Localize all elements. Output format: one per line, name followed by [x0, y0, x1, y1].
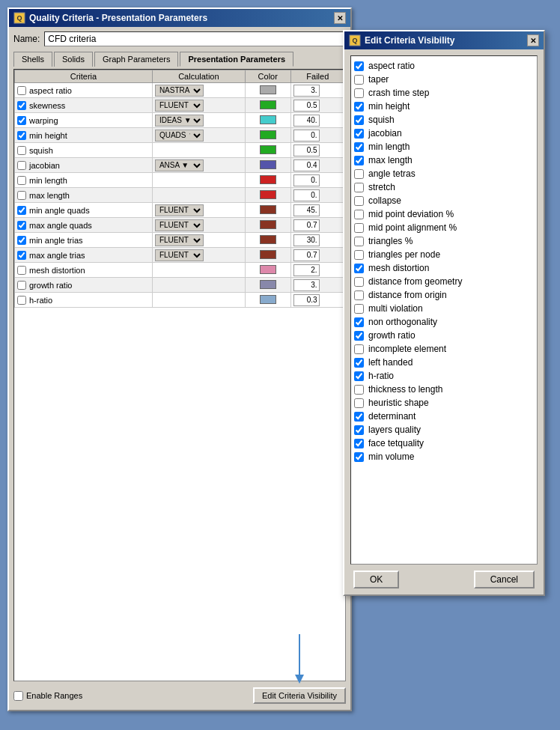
calculation-select[interactable]: NASTRA ▼: [155, 85, 204, 97]
enable-ranges-checkbox[interactable]: [13, 691, 23, 701]
visibility-checkbox[interactable]: [354, 371, 364, 381]
failed-input[interactable]: [293, 219, 320, 231]
row-checkbox[interactable]: [17, 206, 26, 215]
visibility-checkbox[interactable]: [354, 237, 364, 246]
calculation-select[interactable]: FLUENT ▼: [155, 249, 204, 261]
tab-shells[interactable]: Shells: [13, 52, 52, 67]
ok-button[interactable]: OK: [353, 571, 399, 588]
color-swatch[interactable]: [260, 280, 276, 289]
failed-input[interactable]: [293, 189, 320, 201]
color-swatch[interactable]: [260, 85, 276, 94]
main-close-button[interactable]: ✕: [334, 12, 346, 24]
calculation-select[interactable]: FLUENT ▼: [155, 204, 204, 216]
failed-input[interactable]: [293, 279, 320, 291]
failed-input[interactable]: [293, 130, 320, 142]
row-checkbox[interactable]: [17, 266, 26, 275]
visibility-checkbox[interactable]: [354, 344, 364, 354]
row-checkbox[interactable]: [17, 236, 26, 245]
visibility-checkbox[interactable]: [354, 317, 364, 327]
calculation-select[interactable]: FLUENT ▼: [155, 219, 204, 231]
visibility-checkbox[interactable]: [354, 196, 364, 206]
color-swatch[interactable]: [260, 250, 276, 259]
name-input[interactable]: [44, 31, 346, 46]
row-checkbox[interactable]: [17, 176, 26, 185]
failed-input[interactable]: [293, 145, 320, 156]
visibility-checkbox[interactable]: [354, 115, 364, 125]
failed-input[interactable]: [293, 174, 320, 186]
calculation-select[interactable]: ANSA ▼: [155, 159, 204, 171]
visibility-checkbox[interactable]: [354, 142, 364, 152]
list-item: distance from origin: [354, 288, 534, 302]
cancel-button[interactable]: Cancel: [474, 571, 535, 588]
visibility-checkbox[interactable]: [354, 412, 364, 422]
visibility-checkbox[interactable]: [354, 398, 364, 408]
color-swatch[interactable]: [260, 160, 276, 169]
color-swatch[interactable]: [260, 175, 276, 184]
visibility-checkbox[interactable]: [354, 210, 364, 219]
tab-graph-parameters[interactable]: Graph Parameters: [94, 52, 178, 67]
visibility-checkbox[interactable]: [354, 183, 364, 192]
row-checkbox[interactable]: [17, 221, 26, 230]
visibility-checkbox[interactable]: [354, 88, 364, 98]
visibility-checkbox[interactable]: [354, 264, 364, 273]
criteria-cell: squish: [15, 143, 153, 158]
visibility-checkbox[interactable]: [354, 156, 364, 165]
color-swatch[interactable]: [260, 235, 276, 244]
failed-input[interactable]: [293, 204, 320, 216]
failed-input[interactable]: [293, 159, 320, 171]
visibility-checkbox[interactable]: [354, 425, 364, 435]
visibility-checkbox[interactable]: [354, 75, 364, 85]
visibility-checkbox[interactable]: [354, 304, 364, 314]
calculation-select[interactable]: QUADS ▼: [155, 130, 204, 142]
failed-input[interactable]: [293, 115, 320, 127]
visibility-checkbox[interactable]: [354, 223, 364, 233]
visibility-item-label: h-ratio: [368, 371, 394, 381]
failed-input[interactable]: [293, 264, 320, 276]
row-checkbox[interactable]: [17, 116, 26, 125]
visibility-checkbox[interactable]: [354, 385, 364, 395]
visibility-checkbox[interactable]: [354, 358, 364, 368]
color-swatch[interactable]: [260, 265, 276, 274]
color-swatch[interactable]: [260, 205, 276, 214]
row-checkbox[interactable]: [17, 191, 26, 200]
visibility-item-label: heuristic shape: [368, 398, 429, 408]
visibility-checkbox[interactable]: [354, 291, 364, 300]
table-row: squish: [15, 143, 345, 158]
calculation-select[interactable]: FLUENT ▼: [155, 100, 204, 112]
color-swatch[interactable]: [260, 145, 276, 154]
row-checkbox[interactable]: [17, 251, 26, 260]
color-cell: [245, 248, 290, 263]
visibility-checkbox[interactable]: [354, 169, 364, 179]
visibility-checkbox[interactable]: [354, 129, 364, 139]
visibility-checkbox[interactable]: [354, 439, 364, 448]
row-checkbox[interactable]: [17, 101, 26, 110]
color-swatch[interactable]: [260, 115, 276, 124]
calculation-select[interactable]: IDEAS ▼: [155, 115, 204, 127]
visibility-checkbox[interactable]: [354, 331, 364, 341]
color-swatch[interactable]: [260, 220, 276, 229]
failed-input[interactable]: [293, 249, 320, 261]
visibility-checkbox[interactable]: [354, 277, 364, 287]
row-checkbox[interactable]: [17, 131, 26, 140]
color-swatch[interactable]: [260, 100, 276, 109]
failed-input[interactable]: [293, 294, 320, 306]
tab-solids[interactable]: Solids: [54, 52, 93, 67]
failed-input[interactable]: [293, 100, 320, 112]
failed-input[interactable]: [293, 234, 320, 246]
row-checkbox[interactable]: [17, 296, 26, 305]
calculation-select[interactable]: FLUENT ▼: [155, 234, 204, 246]
visibility-checkbox[interactable]: [354, 102, 364, 112]
color-swatch[interactable]: [260, 295, 276, 304]
failed-input[interactable]: [293, 85, 320, 97]
visibility-checkbox[interactable]: [354, 452, 364, 462]
row-checkbox[interactable]: [17, 86, 26, 95]
row-checkbox[interactable]: [17, 146, 26, 155]
tab-presentation-parameters[interactable]: Presentation Parameters: [180, 52, 293, 67]
edit-panel-close-button[interactable]: ✕: [527, 34, 539, 46]
color-swatch[interactable]: [260, 190, 276, 199]
visibility-checkbox[interactable]: [354, 250, 364, 260]
visibility-checkbox[interactable]: [354, 61, 364, 71]
row-checkbox[interactable]: [17, 161, 26, 170]
row-checkbox[interactable]: [17, 281, 26, 290]
color-swatch[interactable]: [260, 130, 276, 139]
